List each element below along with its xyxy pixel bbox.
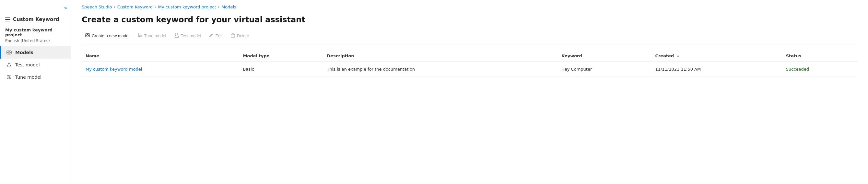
col-created[interactable]: Created ↓ — [651, 50, 782, 62]
sidebar-title: Custom Keyword — [0, 14, 71, 26]
breadcrumb-sep-1: › — [114, 5, 115, 9]
cell-name: My custom keyword model — [82, 62, 239, 76]
toolbar: Create a new model Tune model — [82, 31, 858, 44]
table-body: My custom keyword model Basic This is an… — [82, 62, 858, 76]
cell-model-type: Basic — [239, 62, 323, 76]
breadcrumb-speech-studio[interactable]: Speech Studio — [82, 4, 112, 9]
delete-button[interactable]: Delete — [227, 31, 252, 41]
edit-button[interactable]: Edit — [206, 31, 225, 41]
sidebar-item-tune-label: Tune model — [15, 74, 41, 80]
svg-point-9 — [9, 77, 10, 78]
sidebar-item-models[interactable]: Models — [0, 46, 71, 59]
delete-label: Delete — [237, 33, 249, 38]
breadcrumb-project[interactable]: My custom keyword project — [158, 4, 216, 9]
model-name-link[interactable]: My custom keyword model — [86, 67, 142, 71]
delete-icon — [230, 33, 235, 39]
cell-created: 11/11/2021 11:50 AM — [651, 62, 782, 76]
breadcrumb-custom-keyword[interactable]: Custom Keyword — [117, 4, 153, 9]
svg-point-18 — [138, 34, 140, 35]
sidebar-item-models-label: Models — [15, 50, 33, 55]
svg-point-8 — [8, 75, 9, 76]
svg-rect-22 — [231, 34, 235, 37]
create-model-icon — [85, 33, 90, 39]
table-row: My custom keyword model Basic This is an… — [82, 62, 858, 76]
sidebar: « Custom Keyword My custom keyword proje… — [0, 0, 71, 184]
breadcrumb-sep-3: › — [218, 5, 219, 9]
test-icon — [6, 62, 12, 68]
menu-icon — [5, 18, 10, 21]
table-header: Name Model type Description Keyword Crea… — [82, 50, 858, 62]
cell-keyword: Hey Computer — [557, 62, 651, 76]
svg-point-12 — [87, 35, 89, 36]
tune-model-icon — [137, 33, 142, 39]
edit-icon — [209, 33, 214, 39]
breadcrumb-models: Models — [221, 4, 236, 9]
collapse-icon: « — [64, 4, 67, 11]
sidebar-project-locale: English (United States) — [0, 38, 71, 46]
sidebar-item-test-label: Test model — [15, 62, 40, 67]
cell-description: This is an example for the documentation — [323, 62, 557, 76]
sidebar-item-tune-model[interactable]: Tune model — [0, 71, 71, 83]
col-status[interactable]: Status — [782, 50, 858, 62]
col-model-type[interactable]: Model type — [239, 50, 323, 62]
sort-icon: ↓ — [677, 54, 680, 58]
col-description[interactable]: Description — [323, 50, 557, 62]
breadcrumb: Speech Studio › Custom Keyword › My cust… — [82, 0, 858, 15]
create-new-model-label: Create a new model — [92, 33, 129, 38]
svg-point-1 — [8, 52, 10, 54]
svg-point-19 — [140, 35, 141, 36]
sidebar-collapse-button[interactable]: « — [0, 3, 71, 14]
breadcrumb-sep-2: › — [155, 5, 156, 9]
svg-point-20 — [139, 36, 140, 37]
main-content: Speech Studio › Custom Keyword › My cust… — [71, 0, 868, 184]
page-title: Create a custom keyword for your virtual… — [82, 15, 858, 24]
edit-label: Edit — [215, 33, 222, 38]
test-model-label: Test model — [181, 33, 201, 38]
status-badge: Succeeded — [786, 67, 809, 71]
test-model-icon — [174, 33, 179, 39]
col-name[interactable]: Name — [82, 50, 239, 62]
sidebar-item-test-model[interactable]: Test model — [0, 59, 71, 71]
tune-model-button[interactable]: Tune model — [134, 31, 169, 41]
cell-status: Succeeded — [782, 62, 858, 76]
create-new-model-button[interactable]: Create a new model — [82, 31, 132, 41]
tune-icon — [6, 74, 12, 80]
svg-point-10 — [8, 78, 9, 79]
sidebar-project-name: My custom keyword project — [0, 26, 71, 38]
models-table: Name Model type Description Keyword Crea… — [82, 50, 858, 76]
col-keyword[interactable]: Keyword — [557, 50, 651, 62]
test-model-button[interactable]: Test model — [171, 31, 205, 41]
keyword-icon — [6, 50, 12, 55]
tune-model-label: Tune model — [144, 33, 166, 38]
